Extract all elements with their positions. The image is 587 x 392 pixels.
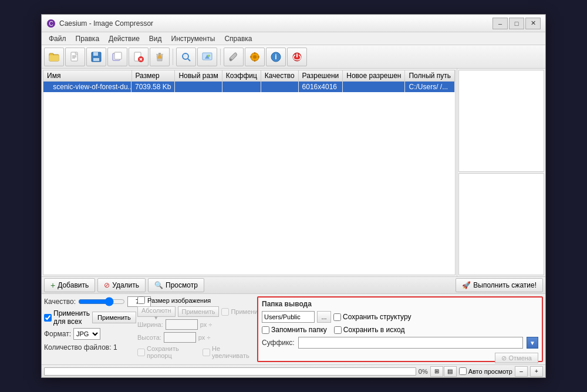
open-folder-btn[interactable] bbox=[44, 48, 64, 66]
svg-text:i: i bbox=[275, 53, 276, 61]
apply-size-btn[interactable]: Применить bbox=[178, 306, 220, 317]
menu-file[interactable]: Файл bbox=[44, 33, 71, 44]
menu-view[interactable]: Вид bbox=[144, 33, 167, 44]
save-btn[interactable] bbox=[86, 48, 106, 66]
search-view-btn[interactable] bbox=[176, 48, 196, 66]
toolbar: i bbox=[42, 45, 545, 69]
minimize-btn[interactable]: – bbox=[492, 18, 508, 29]
col-quality[interactable]: Качество bbox=[261, 70, 298, 82]
add-icon: + bbox=[50, 281, 55, 290]
cell-resolution: 6016x4016 bbox=[298, 82, 343, 93]
width-label: Ширина: bbox=[137, 321, 163, 328]
save-structure-checkbox[interactable] bbox=[333, 313, 341, 321]
action-bar: + Добавить ⊘ Удалить 🔍 Просмотр 🚀 Выполн… bbox=[42, 276, 545, 294]
browse-btn[interactable]: ... bbox=[317, 311, 331, 323]
save-structure-label: Сохранить структуру bbox=[333, 313, 411, 321]
power-btn[interactable] bbox=[287, 48, 307, 66]
compression-settings: Качество: 70 Применить для всех Применит… bbox=[44, 296, 135, 362]
quality-row: Качество: 70 bbox=[44, 296, 135, 307]
col-coeff[interactable]: Коэффиц bbox=[222, 70, 261, 82]
folder-path-row: ... Сохранить структуру bbox=[262, 311, 538, 323]
svg-rect-11 bbox=[93, 52, 98, 56]
col-newsize[interactable]: Новый разм bbox=[175, 70, 222, 82]
svg-rect-28 bbox=[254, 52, 255, 54]
apply2-checkbox[interactable] bbox=[221, 308, 229, 316]
info-btn[interactable]: i bbox=[266, 48, 286, 66]
add-button[interactable]: + Добавить bbox=[44, 278, 95, 292]
apply-compression-btn[interactable]: Применить bbox=[92, 312, 136, 323]
svg-text:C: C bbox=[49, 21, 53, 27]
delete-icon: ⊘ bbox=[104, 281, 110, 289]
app-icon: C bbox=[46, 19, 56, 28]
quality-slider[interactable] bbox=[78, 297, 125, 306]
no-enlarge-checkbox[interactable] bbox=[203, 349, 210, 356]
svg-rect-29 bbox=[254, 60, 255, 62]
abs-mode-btn[interactable]: Абсолютн ▾ bbox=[137, 306, 176, 317]
table-row[interactable]: N scenic-view-of-forest-du... 7039.58 Kb… bbox=[43, 82, 455, 93]
menu-tools[interactable]: Инструменты bbox=[167, 33, 220, 44]
preview-view-btn[interactable] bbox=[197, 48, 217, 66]
delete-button[interactable]: ⊘ Удалить bbox=[97, 278, 146, 292]
quality-label: Качество: bbox=[44, 298, 76, 306]
image-size-settings: Размер изображения Абсолютн ▾ Применить … bbox=[137, 296, 255, 362]
suffix-input[interactable] bbox=[298, 337, 523, 349]
col-newres[interactable]: Новое разрешен bbox=[343, 70, 405, 82]
keep-proportions-checkbox[interactable] bbox=[137, 349, 145, 356]
format-select[interactable]: JPG PNG BMP bbox=[73, 328, 100, 340]
file-type-icon: N bbox=[47, 84, 51, 90]
preview-panel bbox=[457, 69, 545, 276]
view-btn-2[interactable]: ▤ bbox=[444, 366, 457, 377]
save-original-label: Сохранить в исход bbox=[334, 326, 405, 334]
open2-btn[interactable] bbox=[107, 48, 127, 66]
svg-rect-4 bbox=[49, 55, 59, 61]
file-table-wrapper[interactable]: Имя Размер Новый разм Коэффиц Качество Р… bbox=[43, 70, 456, 275]
menu-bar: Файл Правка Действие Вид Инструменты Спр… bbox=[42, 32, 545, 45]
apply-all-checkbox[interactable] bbox=[44, 314, 52, 322]
cell-name: N scenic-view-of-forest-du... bbox=[43, 82, 131, 92]
height-input[interactable]: 4016 bbox=[164, 332, 196, 343]
remember-folder-checkbox[interactable] bbox=[262, 326, 269, 334]
tools-view-btn[interactable] bbox=[224, 48, 244, 66]
image-size-enable-checkbox[interactable] bbox=[137, 296, 145, 304]
close-btn[interactable]: ✕ bbox=[525, 18, 541, 29]
menu-help[interactable]: Справка bbox=[220, 33, 257, 44]
col-resolution[interactable]: Разрешени bbox=[298, 70, 343, 82]
preview-box-top bbox=[458, 70, 544, 172]
view-btn-3[interactable]: – bbox=[515, 366, 528, 377]
file-count: Количество файлов: 1 bbox=[44, 343, 135, 352]
folder-path-input[interactable] bbox=[262, 311, 315, 323]
save-original-checkbox[interactable] bbox=[334, 326, 342, 334]
col-path[interactable]: Полный путь bbox=[405, 70, 455, 82]
remember-row: Запомнить папку Сохранить в исход bbox=[262, 326, 538, 334]
preview-button[interactable]: 🔍 Просмотр bbox=[148, 278, 204, 292]
height-unit: рх ÷ bbox=[198, 334, 211, 341]
col-name[interactable]: Имя bbox=[43, 70, 131, 82]
file-list-panel: Имя Размер Новый разм Коэффиц Качество Р… bbox=[42, 69, 457, 276]
remember-folder-label: Запомнить папку bbox=[262, 326, 327, 334]
options-btn[interactable] bbox=[245, 48, 265, 66]
view-buttons: ⊞ ▤ bbox=[430, 366, 457, 377]
view-btn-4[interactable]: + bbox=[530, 366, 543, 377]
menu-edit[interactable]: Правка bbox=[71, 33, 104, 44]
title-bar: C Caesium - Image Compressor – □ ✕ bbox=[42, 15, 545, 32]
view-btn-1[interactable]: ⊞ bbox=[430, 366, 443, 377]
suffix-row: Суффикс: ▼ bbox=[262, 337, 538, 349]
open-file-btn[interactable] bbox=[65, 48, 85, 66]
no-enlarge-label: Не увеличивать bbox=[203, 345, 255, 359]
main-content: Имя Размер Новый разм Коэффиц Качество Р… bbox=[42, 69, 545, 364]
cancel-btn[interactable]: ⊘ Отмена bbox=[495, 353, 538, 363]
maximize-btn[interactable]: □ bbox=[509, 18, 524, 29]
delete-file-btn[interactable] bbox=[129, 48, 149, 66]
output-folder-title: Папка вывода bbox=[262, 300, 538, 308]
clear-btn[interactable] bbox=[150, 48, 170, 66]
size-buttons-row: Абсолютн ▾ Применить Применить bbox=[137, 306, 255, 317]
suffix-arrow-btn[interactable]: ▼ bbox=[527, 337, 538, 349]
format-label: Формат: bbox=[44, 330, 71, 338]
auto-preview-checkbox[interactable] bbox=[459, 367, 467, 375]
col-size[interactable]: Размер bbox=[131, 70, 175, 82]
execute-button[interactable]: 🚀 Выполнить сжатие! bbox=[456, 278, 543, 292]
keep-prop-label: Сохранить пропорц bbox=[137, 345, 200, 359]
width-input[interactable]: 2000 bbox=[166, 319, 198, 330]
menu-action[interactable]: Действие bbox=[104, 33, 144, 44]
format-row: Формат: JPG PNG BMP bbox=[44, 328, 135, 340]
